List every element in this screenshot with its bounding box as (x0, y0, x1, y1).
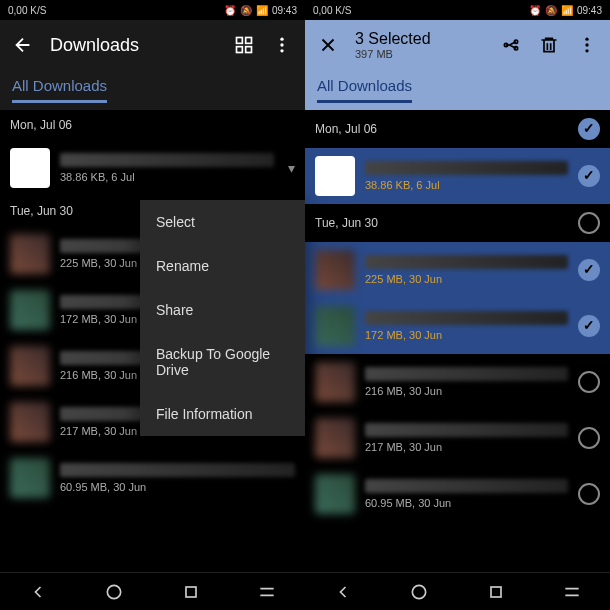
list-item[interactable]: 172 MB, 30 Jun (305, 298, 610, 354)
selection-size: 397 MB (355, 48, 484, 60)
svg-point-10 (514, 47, 517, 50)
date-label: Mon, Jul 06 (315, 122, 377, 136)
item-checkbox[interactable] (578, 371, 600, 393)
status-time: 09:43 (577, 5, 602, 16)
status-bar: 0,00 K/S ⏰ 🔕 📶 09:43 (0, 0, 305, 20)
item-checkbox[interactable] (578, 315, 600, 337)
signal-icon: 📶 (256, 5, 268, 16)
item-checkbox[interactable] (578, 483, 600, 505)
menu-file-info[interactable]: File Information (140, 392, 305, 436)
file-name (60, 153, 274, 167)
selection-header: 3 Selected 397 MB (305, 20, 610, 70)
page-title: Downloads (50, 35, 217, 56)
file-meta: 60.95 MB, 30 Jun (365, 497, 568, 509)
silent-icon: 🔕 (240, 5, 252, 16)
file-name (365, 367, 568, 381)
svg-point-13 (585, 43, 588, 46)
header: Downloads (0, 20, 305, 70)
list-item[interactable]: 38.86 KB, 6 Jul (305, 148, 610, 204)
svg-point-5 (280, 43, 283, 46)
file-thumbnail (10, 148, 50, 188)
more-icon[interactable] (576, 34, 598, 56)
file-thumbnail (10, 402, 50, 442)
file-meta: 38.86 KB, 6 Jul (365, 179, 568, 191)
list-item[interactable]: 216 MB, 30 Jun (305, 354, 610, 410)
svg-rect-2 (237, 47, 243, 53)
delete-icon[interactable] (538, 34, 560, 56)
item-checkbox[interactable] (578, 427, 600, 449)
list-item[interactable]: 225 MB, 30 Jun (305, 242, 610, 298)
svg-rect-3 (246, 47, 252, 53)
status-speed: 0,00 K/S (313, 5, 351, 16)
menu-select[interactable]: Select (140, 200, 305, 244)
back-icon[interactable] (12, 34, 34, 56)
svg-point-14 (585, 49, 588, 52)
list-item[interactable]: 60.95 MB, 30 Jun (0, 450, 305, 506)
date-label: Tue, Jun 30 (315, 216, 378, 230)
nav-recent-icon[interactable] (486, 582, 506, 602)
silent-icon: 🔕 (545, 5, 557, 16)
more-icon[interactable] (271, 34, 293, 56)
svg-point-9 (514, 40, 517, 43)
tabs: All Downloads (305, 70, 610, 110)
select-all-checkbox[interactable] (578, 212, 600, 234)
svg-rect-1 (246, 38, 252, 44)
file-meta: 217 MB, 30 Jun (365, 441, 568, 453)
file-thumbnail (315, 418, 355, 458)
file-thumbnail (315, 250, 355, 290)
date-header: Tue, Jun 30 (305, 204, 610, 242)
file-name (365, 161, 568, 175)
svg-point-12 (585, 38, 588, 41)
file-thumbnail (10, 346, 50, 386)
file-meta: 216 MB, 30 Jun (365, 385, 568, 397)
date-header: Mon, Jul 06 (0, 110, 305, 140)
item-checkbox[interactable] (578, 165, 600, 187)
file-thumbnail (315, 156, 355, 196)
nav-home-icon[interactable] (409, 582, 429, 602)
menu-rename[interactable]: Rename (140, 244, 305, 288)
svg-point-4 (280, 38, 283, 41)
share-icon[interactable] (500, 34, 522, 56)
file-thumbnail (315, 474, 355, 514)
alarm-icon: ⏰ (529, 5, 541, 16)
list-item[interactable]: 38.86 KB, 6 Jul ▾ (0, 140, 305, 196)
item-checkbox[interactable] (578, 259, 600, 281)
list-item[interactable]: 217 MB, 30 Jun (305, 410, 610, 466)
nav-bar (305, 572, 610, 610)
file-thumbnail (10, 234, 50, 274)
nav-home-icon[interactable] (104, 582, 124, 602)
svg-point-7 (108, 585, 121, 598)
chevron-down-icon[interactable]: ▾ (288, 160, 295, 176)
file-meta: 225 MB, 30 Jun (365, 273, 568, 285)
nav-recent-icon[interactable] (181, 582, 201, 602)
svg-point-15 (413, 585, 426, 598)
svg-rect-0 (237, 38, 243, 44)
svg-rect-16 (491, 587, 501, 597)
selection-count: 3 Selected (355, 30, 431, 47)
close-icon[interactable] (317, 34, 339, 56)
date-header: Mon, Jul 06 (305, 110, 610, 148)
grid-icon[interactable] (233, 34, 255, 56)
nav-bar (0, 572, 305, 610)
file-name (365, 479, 568, 493)
file-name (365, 255, 568, 269)
file-name (365, 423, 568, 437)
select-all-checkbox[interactable] (578, 118, 600, 140)
status-time: 09:43 (272, 5, 297, 16)
menu-backup[interactable]: Backup To Google Drive (140, 332, 305, 392)
menu-share[interactable]: Share (140, 288, 305, 332)
alarm-icon: ⏰ (224, 5, 236, 16)
nav-back-icon[interactable] (333, 582, 353, 602)
file-thumbnail (10, 458, 50, 498)
tab-all-downloads[interactable]: All Downloads (12, 77, 107, 103)
nav-back-icon[interactable] (28, 582, 48, 602)
file-meta: 38.86 KB, 6 Jul (60, 171, 274, 183)
list-item[interactable]: 60.95 MB, 30 Jun (305, 466, 610, 522)
signal-icon: 📶 (561, 5, 573, 16)
tabs: All Downloads (0, 70, 305, 110)
tab-all-downloads[interactable]: All Downloads (317, 77, 412, 103)
nav-menu-icon[interactable] (562, 582, 582, 602)
status-bar: 0,00 K/S ⏰ 🔕 📶 09:43 (305, 0, 610, 20)
context-menu: Select Rename Share Backup To Google Dri… (140, 200, 305, 436)
nav-menu-icon[interactable] (257, 582, 277, 602)
